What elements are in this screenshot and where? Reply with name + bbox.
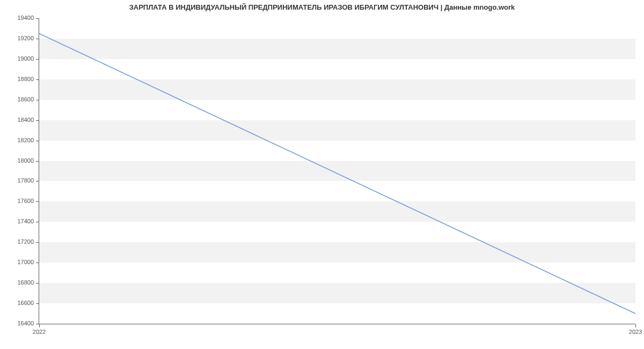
y-tick-label: 18400 bbox=[17, 117, 34, 123]
y-tick-mark bbox=[36, 263, 39, 263]
y-tick-mark bbox=[36, 120, 39, 121]
y-tick-label: 19400 bbox=[17, 14, 34, 21]
y-tick-label: 17400 bbox=[17, 218, 34, 224]
y-tick-mark bbox=[36, 141, 39, 141]
y-tick-label: 18000 bbox=[17, 157, 34, 164]
plot-area: 1640016600168001700017200174001760017800… bbox=[39, 18, 635, 324]
y-tick-mark bbox=[36, 161, 39, 162]
y-tick-label: 16800 bbox=[17, 279, 34, 286]
chart-title: ЗАРПЛАТА В ИНДИВИДУАЛЬНЫЙ ПРЕДПРИНИМАТЕЛ… bbox=[0, 3, 644, 11]
y-tick-label: 17800 bbox=[17, 177, 34, 184]
chart-container: ЗАРПЛАТА В ИНДИВИДУАЛЬНЫЙ ПРЕДПРИНИМАТЕЛ… bbox=[0, 0, 644, 349]
y-tick-mark bbox=[36, 283, 39, 283]
series-line bbox=[39, 33, 635, 314]
y-tick-label: 18800 bbox=[17, 76, 34, 82]
y-tick-mark bbox=[36, 59, 39, 60]
y-tick-label: 17200 bbox=[17, 238, 34, 245]
y-tick-mark bbox=[36, 242, 39, 243]
y-tick-mark bbox=[36, 79, 39, 80]
y-tick-mark bbox=[36, 18, 39, 19]
y-tick-label: 17000 bbox=[17, 259, 34, 265]
x-tick-label: 2023 bbox=[629, 329, 642, 335]
y-tick-label: 18200 bbox=[17, 137, 34, 143]
y-tick-label: 19200 bbox=[17, 35, 34, 41]
y-tick-label: 16600 bbox=[17, 300, 34, 306]
y-tick-label: 16400 bbox=[17, 320, 34, 326]
x-tick-mark bbox=[39, 324, 40, 328]
line-layer bbox=[39, 18, 635, 324]
y-tick-label: 19000 bbox=[17, 55, 34, 62]
y-tick-mark bbox=[36, 222, 39, 222]
x-tick-mark bbox=[635, 324, 636, 328]
y-tick-label: 17600 bbox=[17, 198, 34, 204]
y-tick-mark bbox=[36, 201, 39, 202]
y-tick-mark bbox=[36, 39, 39, 39]
y-tick-mark bbox=[36, 181, 39, 181]
x-tick-label: 2022 bbox=[33, 329, 46, 335]
y-tick-mark bbox=[36, 100, 39, 100]
y-tick-label: 18600 bbox=[17, 96, 34, 103]
y-tick-mark bbox=[36, 303, 39, 304]
